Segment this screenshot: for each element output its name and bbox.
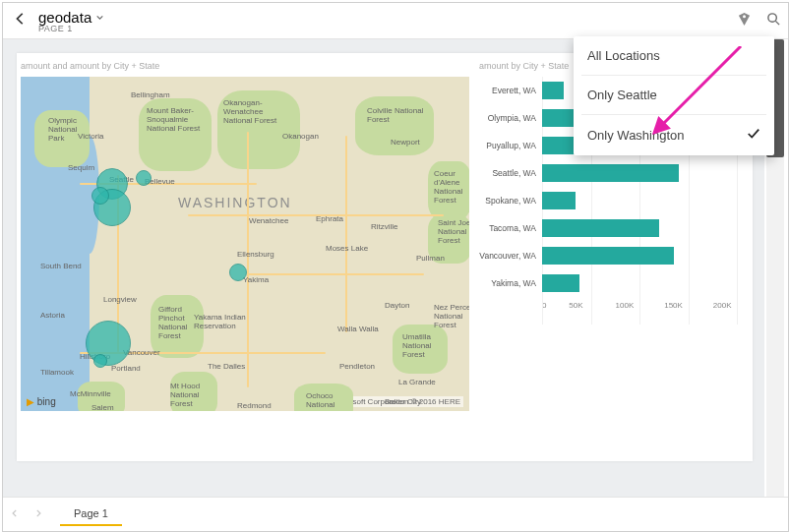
map-place-label: Sequim — [68, 163, 94, 172]
bar-category-label: Seattle, WA — [479, 168, 542, 178]
map-place-label: Mount Baker- Snoqualmie National Forest — [147, 106, 202, 133]
map-place-label: McMinnville — [70, 389, 111, 398]
location-filter-menu: All LocationsOnly SeattleOnly Washington — [574, 36, 774, 155]
bar-chart-title: amount by City + State — [479, 61, 569, 71]
map-place-label: Bellingham — [131, 90, 170, 99]
map-place-label: Newport — [391, 138, 420, 147]
map-place-label: Okanogan — [282, 132, 319, 141]
page-tab[interactable]: Page 1 — [60, 502, 122, 526]
prev-page-button[interactable] — [3, 508, 27, 520]
state-label: WASHINGTON — [178, 195, 292, 210]
bar[interactable] — [542, 82, 564, 99]
map-place-label: Portland — [111, 364, 141, 373]
bar-category-label: Everett, WA — [479, 86, 542, 95]
svg-point-1 — [767, 13, 775, 21]
bar-category-label: Yakima, WA — [479, 278, 542, 288]
chevron-down-icon — [95, 13, 104, 22]
bar[interactable] — [542, 164, 679, 182]
filter-menu-item[interactable]: Only Washington — [574, 115, 774, 155]
map-place-label: Walla Walla — [337, 325, 379, 333]
page-navigation-bar: Page 1 — [3, 497, 788, 531]
map-place-label: Nez Perce National Forest — [434, 303, 469, 329]
filter-menu-label: Only Seattle — [587, 88, 657, 102]
bar[interactable] — [542, 192, 576, 209]
map-bubble[interactable] — [93, 354, 107, 368]
map-place-label: Coeur d'Alene National Forest — [434, 169, 469, 205]
map-bubble[interactable] — [91, 187, 109, 205]
filter-menu-item[interactable]: Only Seattle — [574, 76, 774, 114]
map-place-label: The Dalles — [208, 362, 245, 371]
map-place-label: Wenatchee — [249, 216, 288, 225]
map-place-label: Yakima — [243, 275, 269, 284]
map-place-label: Ritzville — [371, 222, 398, 231]
map-bubble[interactable] — [86, 321, 131, 366]
next-page-button[interactable] — [27, 508, 50, 520]
page-subtitle: PAGE 1 — [38, 24, 104, 33]
location-filter-icon[interactable] — [729, 12, 759, 30]
map-place-label: Ephrata — [316, 214, 343, 223]
map-place-label: Pullman — [416, 254, 445, 263]
filter-menu-label: All Locations — [587, 48, 660, 63]
bar-category-label: Olympia, WA — [479, 113, 542, 123]
map-place-label: Longview — [103, 295, 137, 304]
map-title: amount and amount by City + State — [21, 61, 159, 71]
bar-category-label: Tacoma, WA — [479, 223, 542, 233]
map-bubble[interactable] — [229, 264, 247, 281]
map-place-label: South Bend — [40, 262, 82, 270]
map-place-label: Yakama Indian Reservation — [194, 313, 251, 330]
filter-menu-item[interactable]: All Locations — [574, 36, 774, 75]
map-place-label: Ochoco National Forest — [306, 391, 349, 411]
map-place-label: Umatilla National Forest — [402, 332, 446, 359]
map-place-label: Dayton — [385, 301, 409, 310]
bar-category-label: Spokane, WA — [479, 196, 542, 206]
bar-category-label: Vancouver, WA — [479, 251, 542, 261]
title-block[interactable]: geodata PAGE 1 — [38, 9, 104, 33]
back-button[interactable] — [3, 12, 38, 30]
map-place-label: Okanogan- Wenatchee National Forest — [223, 98, 282, 125]
map-place-label: Redmond — [237, 401, 272, 410]
map-place-label: Salem — [91, 403, 114, 411]
bar[interactable] — [542, 274, 579, 292]
bing-logo: ▶ bing — [27, 396, 56, 407]
svg-point-0 — [743, 15, 746, 18]
map-place-label: Saint Joe National Forest — [438, 218, 469, 245]
map-place-label: Astoria — [40, 311, 65, 320]
map-place-label: Baker City — [385, 397, 421, 406]
map-place-label: Mt Hood National Forest — [170, 382, 210, 408]
map-place-label: Olympic National Park — [48, 116, 88, 143]
check-icon — [747, 127, 760, 144]
map-place-label: La Grande — [398, 378, 436, 386]
map-place-label: Ellensburg — [237, 250, 274, 259]
filter-menu-label: Only Washington — [587, 128, 685, 143]
search-icon[interactable] — [759, 12, 788, 30]
svg-line-2 — [775, 21, 779, 25]
bar[interactable] — [542, 219, 659, 237]
report-title: geodata — [38, 9, 91, 26]
map-bubble[interactable] — [136, 170, 152, 186]
bar-category-label: Puyallup, WA — [479, 141, 542, 150]
top-bar: geodata PAGE 1 — [3, 3, 788, 39]
bar[interactable] — [542, 247, 674, 265]
map-place-label: Moses Lake — [326, 244, 368, 253]
map-place-label: Tillamook — [40, 368, 74, 377]
map-place-label: Pendleton — [339, 362, 375, 371]
map-place-label: Colville National Forest — [367, 106, 430, 124]
map-visual[interactable]: WASHINGTON © 2016 Microsoft Corporation … — [21, 77, 469, 411]
